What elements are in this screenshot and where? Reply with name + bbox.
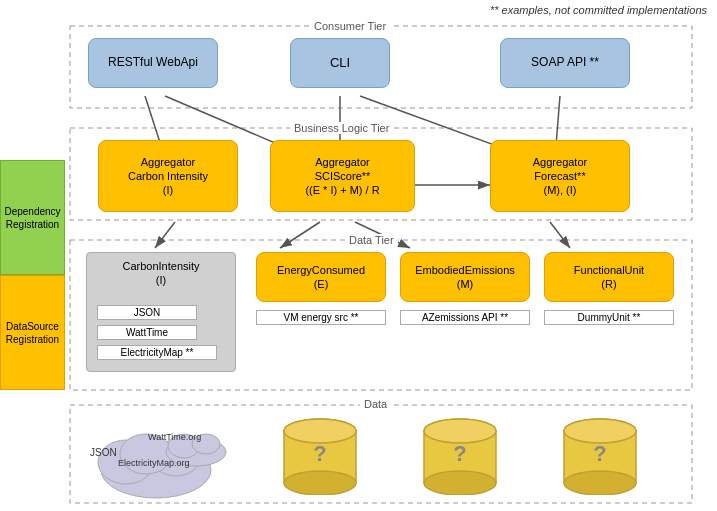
svg-point-35	[564, 419, 636, 443]
aggregator-sci-box: Aggregator SCIScore** ((E * I) + M) / R	[270, 140, 415, 212]
note-text: ** examples, not committed implementatio…	[490, 4, 707, 16]
electricitymap-sub-box: ElectricityMap **	[97, 345, 217, 360]
soap-api-box: SOAP API **	[500, 38, 630, 88]
cloud-electricitymap-label: ElectricityMap.org	[118, 458, 190, 468]
bizlogic-tier-label: Business Logic Tier	[290, 122, 393, 134]
dummy-unit-sub-box: DummyUnit **	[544, 310, 674, 325]
svg-line-10	[155, 222, 175, 248]
svg-text:?: ?	[593, 441, 606, 466]
svg-text:?: ?	[313, 441, 326, 466]
cylinder-2: ?	[420, 415, 500, 495]
svg-point-25	[284, 419, 356, 443]
svg-line-11	[280, 222, 320, 248]
svg-text:?: ?	[453, 441, 466, 466]
watttime-sub-box: WattTime	[97, 325, 197, 340]
datasource-registration: DataSource Registration	[0, 275, 65, 390]
vm-energy-sub-box: VM energy src **	[256, 310, 386, 325]
svg-line-13	[550, 222, 570, 248]
diagram-container: ** examples, not committed implementatio…	[0, 0, 717, 511]
svg-point-34	[564, 471, 636, 495]
energy-consumed-box: EnergyConsumed (E)	[256, 252, 386, 302]
json-sub-box: JSON	[97, 305, 197, 320]
cli-box: CLI	[290, 38, 390, 88]
functional-unit-box: FunctionalUnit (R)	[544, 252, 674, 302]
cloud-watttime-label: WattTime.org	[148, 432, 201, 442]
data-tier-label: Data Tier	[345, 234, 398, 246]
az-emissions-sub-box: AZemissions API **	[400, 310, 530, 325]
embodied-emissions-box: EmbodiedEmissions (M)	[400, 252, 530, 302]
cylinder-3: ?	[560, 415, 640, 495]
aggregator-ci-box: Aggregator Carbon Intensity (I)	[98, 140, 238, 212]
svg-point-24	[284, 471, 356, 495]
dependency-registration: Dependency Registration	[0, 160, 65, 275]
cloud-json-label: JSON	[90, 447, 117, 458]
consumer-tier-label: Consumer Tier	[310, 20, 390, 32]
aggregator-forecast-box: Aggregator Forecast** (M), (I)	[490, 140, 630, 212]
svg-point-30	[424, 419, 496, 443]
carbon-intensity-outer: CarbonIntensity (I) JSON WattTime Electr…	[86, 252, 236, 372]
restful-webapi-box: RESTful WebApi	[88, 38, 218, 88]
data-bottom-label: Data	[360, 398, 391, 410]
svg-point-29	[424, 471, 496, 495]
sidebar: Dependency Registration DataSource Regis…	[0, 160, 65, 390]
cylinder-1: ?	[280, 415, 360, 495]
